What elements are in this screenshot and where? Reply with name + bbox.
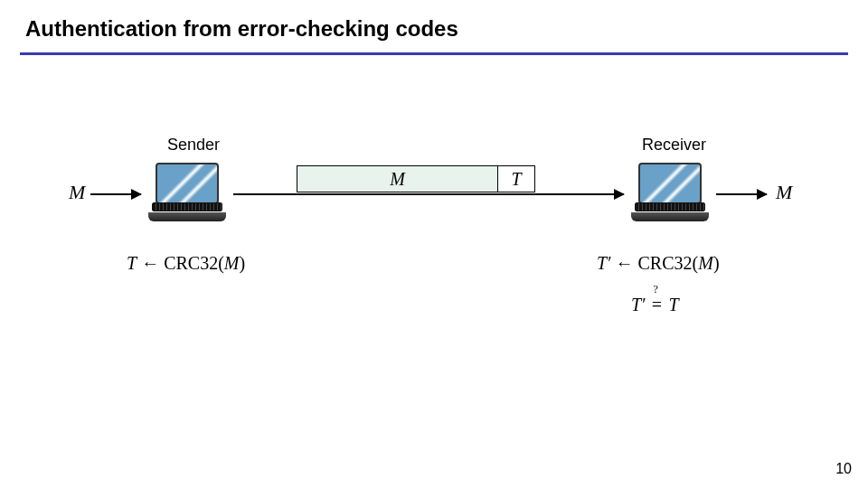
title-rule — [20, 52, 848, 55]
formula-check: T′ ? = T — [631, 295, 679, 315]
formula-receiver: T′ ← CRC32(M) — [597, 253, 720, 274]
packet-tag-box: T — [498, 166, 534, 192]
formula-check-rhs: T — [669, 295, 679, 315]
formula-sender-fn: CRC32 — [164, 253, 218, 273]
arrow-sender-to-receiver — [233, 193, 624, 195]
formula-receiver-arrow: ← — [611, 253, 638, 273]
formula-sender: T ← CRC32(M) — [127, 253, 245, 274]
sender-label: Sender — [167, 136, 220, 155]
arrow-receiver-to-m — [716, 193, 767, 195]
formula-sender-lhs: T — [127, 253, 137, 273]
formula-receiver-fn: CRC32 — [638, 253, 693, 273]
formula-sender-arg: M — [224, 253, 240, 273]
formula-receiver-arg: M — [698, 253, 713, 273]
formula-receiver-lhs: T′ — [597, 253, 611, 273]
formula-check-lhs: T′ — [631, 295, 646, 315]
symbol-m-input: M — [69, 181, 85, 204]
slide-title: Authentication from error-checking codes — [25, 16, 458, 42]
arrow-m-to-sender — [90, 193, 141, 195]
packet-message-box: M — [297, 166, 498, 192]
equals-sign: = — [652, 295, 662, 314]
symbol-m-output: M — [776, 181, 792, 204]
page-number: 10 — [835, 461, 852, 477]
question-mark: ? — [654, 283, 658, 296]
formula-sender-arrow: ← — [137, 253, 164, 273]
packet-box: M T — [297, 165, 535, 192]
slide: Authentication from error-checking codes… — [0, 0, 868, 488]
question-equals: ? = — [651, 295, 664, 315]
receiver-label: Receiver — [642, 136, 706, 155]
sender-laptop-icon — [148, 163, 226, 221]
receiver-laptop-icon — [631, 163, 709, 221]
